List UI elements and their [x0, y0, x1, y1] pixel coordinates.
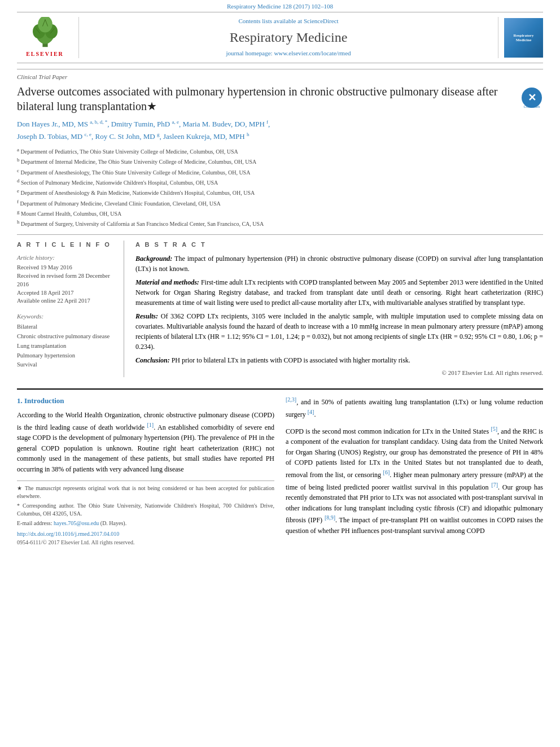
keyword-lung-transplantation: Lung transplantation — [17, 342, 115, 351]
star-footnote: ★ The manuscript represents original wor… — [17, 484, 274, 500]
body-right-column: [2,3], and in 50% of patients awaiting l… — [286, 395, 543, 546]
abstract-conclusion: Conclusion: PH prior to bilateral LTx in… — [135, 355, 543, 365]
author-budev: Maria M. Budev, DO, MPH f, — [182, 120, 270, 128]
section-divider — [17, 234, 543, 235]
intro-heading: 1. Introduction — [17, 395, 274, 407]
affil-e: e Department of Anesthesiology & Pain Me… — [17, 187, 543, 197]
received-date: Received 19 May 2016 — [17, 264, 115, 272]
available-date: Available online 22 April 2017 — [17, 297, 115, 305]
ref-1: [1] — [147, 422, 154, 428]
doi-line[interactable]: http://dx.doi.org/10.1016/j.rmed.2017.04… — [17, 530, 274, 538]
journal-header: ELSEVIER Contents lists available at Sci… — [17, 12, 543, 63]
conclusion-text: PH prior to bilateral LTx in patients wi… — [172, 356, 410, 364]
affil-g: g Mount Carmel Health, Columbus, OH, USA — [17, 208, 543, 218]
email-link[interactable]: hayes.705@osu.edu — [54, 520, 99, 526]
affil-a: a Department of Pediatrics, The Ohio Sta… — [17, 146, 543, 156]
keywords-list: Bilateral Chronic obstructive pulmonary … — [17, 322, 115, 370]
ref-2-3: [2,3] — [286, 396, 296, 403]
affil-d: d Section of Pulmonary Medicine, Nationw… — [17, 177, 543, 187]
article-info-column: A R T I C L E I N F O Article history: R… — [17, 241, 124, 378]
journal-homepage: journal homepage: www.elsevier.com/locat… — [90, 49, 487, 58]
article-content: Clinical Trial Paper Adverse outcomes as… — [17, 69, 543, 546]
article-info-header: A R T I C L E I N F O — [17, 241, 115, 249]
conclusion-label: Conclusion: — [135, 356, 170, 364]
copyright-line: © 2017 Elsevier Ltd. All rights reserved… — [135, 369, 543, 377]
svg-text:✕: ✕ — [528, 92, 536, 103]
keyword-bilateral: Bilateral — [17, 322, 115, 332]
body-left-column: 1. Introduction According to the World H… — [17, 395, 274, 546]
affiliations-block: a Department of Pediatrics, The Ohio Sta… — [17, 146, 543, 229]
svg-text:CrossMark: CrossMark — [523, 105, 540, 108]
journal-reference: Respiratory Medicine 128 (2017) 102–108 — [0, 0, 560, 12]
article-title-text: Adverse outcomes associated with pulmona… — [17, 84, 515, 113]
results-text: Of 3362 COPD LTx recipients, 3105 were i… — [135, 312, 543, 351]
intro-para2: [2,3], and in 50% of patients awaiting l… — [286, 395, 543, 420]
body-section: 1. Introduction According to the World H… — [17, 388, 543, 546]
journal-title-block: Contents lists available at ScienceDirec… — [79, 17, 498, 58]
affil-h: h Department of Surgery, University of C… — [17, 219, 543, 228]
issn-line: 0954-6111/© 2017 Elsevier Ltd. All right… — [17, 538, 274, 547]
accepted-date: Accepted 18 April 2017 — [17, 289, 115, 298]
keyword-copd: Chronic obstructive pulmonary disease — [17, 332, 115, 342]
background-label: Background: — [135, 255, 172, 263]
abstract-header: A B S T R A C T — [135, 241, 543, 249]
author-kukreja: Jasleen Kukreja, MD, MPH h — [163, 132, 250, 141]
elsevier-brand: ELSEVIER — [26, 50, 64, 58]
sciencedirect-link[interactable]: Contents lists available at ScienceDirec… — [90, 17, 487, 25]
ref-7: [7] — [491, 482, 498, 488]
homepage-url[interactable]: www.elsevier.com/locate/rmed — [274, 50, 351, 56]
background-text: The impact of pulmonary hypertension (PH… — [135, 255, 543, 273]
keyword-survival: Survival — [17, 360, 115, 370]
keyword-pulmonary-hypertension: Pulmonary hypertension — [17, 351, 115, 361]
footnotes-block: ★ The manuscript represents original wor… — [17, 480, 274, 547]
article-type: Clinical Trial Paper — [17, 69, 543, 81]
received-revised-date: Received in revised form 28 December 201… — [17, 272, 115, 289]
author-tobias: Joseph D. Tobias, MD c, e, — [17, 132, 93, 141]
affil-f: f Department of Pulmonary Medicine, Clev… — [17, 198, 543, 208]
methods-label: Material and methods: — [135, 278, 199, 286]
article-history-label: Article history: — [17, 254, 115, 262]
crossmark-icon: ✕ CrossMark — [520, 86, 543, 109]
author-tumin: Dmitry Tumin, PhD a, e, — [111, 120, 181, 128]
keywords-label: Keywords: — [17, 312, 115, 321]
ref-4: [4] — [308, 409, 314, 415]
abstract-methods: Material and methods: First-time adult L… — [135, 277, 543, 308]
affil-c: c Department of Anesthesiology, The Ohio… — [17, 167, 543, 177]
ref-5: [5] — [491, 426, 497, 432]
abstract-results: Results: Of 3362 COPD LTx recipients, 31… — [135, 311, 543, 352]
author-stjohn: Roy C. St John, MD g, — [95, 132, 161, 141]
ref-8-9: [8,9] — [325, 514, 335, 521]
thumbnail-image: RespiratoryMedicine — [504, 18, 543, 58]
corresponding-footnote: * Corresponding author. The Ohio State U… — [17, 502, 274, 518]
intro-para3: COPD is the second most common indicatio… — [286, 425, 543, 536]
journal-thumbnail: RespiratoryMedicine — [498, 17, 543, 58]
abstract-background: Background: The impact of pulmonary hype… — [135, 254, 543, 274]
abstract-column: A B S T R A C T Background: The impact o… — [135, 241, 543, 378]
article-title-block: Adverse outcomes associated with pulmona… — [17, 84, 543, 113]
ref-6: [6] — [383, 469, 390, 475]
elsevier-logo: ELSEVIER — [17, 17, 79, 58]
author-hayes: Don Hayes Jr., MD, MS a, b, d, *, — [17, 120, 110, 128]
authors-line: Don Hayes Jr., MD, MS a, b, d, *, Dmitry… — [17, 118, 543, 143]
info-abstract-section: A R T I C L E I N F O Article history: R… — [17, 241, 543, 378]
body-columns: 1. Introduction According to the World H… — [17, 395, 543, 546]
intro-para1: According to the World Health Organizati… — [17, 410, 274, 475]
elsevier-tree-icon — [23, 17, 68, 48]
results-label: Results: — [135, 312, 158, 320]
email-footnote: E-mail address: hayes.705@osu.edu (D. Ha… — [17, 519, 274, 527]
affil-b: b Department of Internal Medicine, The O… — [17, 156, 543, 166]
journal-title: Respiratory Medicine — [90, 28, 487, 47]
